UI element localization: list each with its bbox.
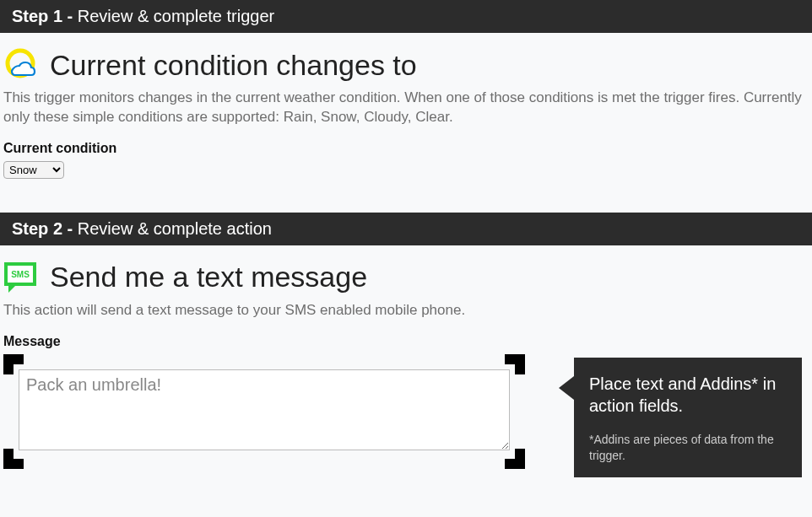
step1-header-rest: Review & complete trigger (78, 7, 274, 25)
bracket-corner-icon (505, 449, 525, 469)
step1-header-bold: Step 1 - (12, 7, 78, 25)
sms-icon: SMS (3, 261, 37, 294)
bracket-corner-icon (3, 354, 24, 374)
condition-field-label: Current condition (0, 141, 812, 161)
condition-select[interactable]: Snow (3, 161, 64, 179)
addins-tooltip: Place text and Addins* in action fields.… (574, 358, 802, 477)
message-area-wrap: Place text and Addins* in action fields.… (0, 354, 812, 477)
bracket-corner-icon (3, 449, 24, 469)
bracket-corner-icon (505, 354, 525, 374)
action-description: This action will send a text message to … (0, 301, 812, 334)
message-textarea[interactable] (19, 369, 510, 450)
action-title: Send me a text message (50, 261, 367, 294)
tooltip-main-text: Place text and Addins* in action fields. (589, 373, 787, 417)
svg-text:SMS: SMS (11, 270, 30, 279)
step2-header-bold: Step 2 - (12, 219, 78, 238)
trigger-description: This trigger monitors changes in the cur… (0, 89, 812, 141)
trigger-title: Current condition changes to (50, 49, 417, 82)
message-field-label: Message (0, 334, 812, 354)
trigger-title-row: Current condition changes to (0, 48, 812, 82)
textarea-frame (3, 354, 525, 469)
action-title-row: SMS Send me a text message (0, 261, 812, 294)
weather-icon (3, 48, 37, 82)
step2-header-rest: Review & complete action (78, 219, 272, 238)
step1-header: Step 1 - Review & complete trigger (0, 0, 812, 33)
step2-section: Step 2 - Review & complete action SMS Se… (0, 213, 812, 477)
tooltip-sub-text: *Addins are pieces of data from the trig… (589, 432, 787, 464)
step2-header: Step 2 - Review & complete action (0, 213, 812, 245)
step1-section: Step 1 - Review & complete trigger Curre… (0, 0, 812, 179)
